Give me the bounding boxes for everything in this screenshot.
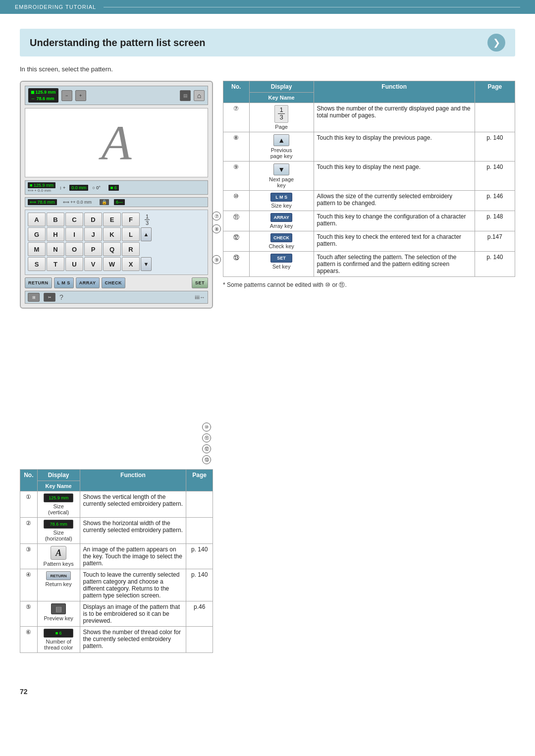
left-table-row: ⑤▤Preview keyDisplays an image of the pa…: [20, 601, 213, 627]
key-O[interactable]: O: [65, 242, 83, 256]
right-table-display: ▼Next pagekey: [249, 161, 314, 190]
key-Q[interactable]: Q: [103, 242, 121, 256]
right-table-page-header: Page: [475, 81, 515, 103]
right-table-function: Touch this key to check the entered text…: [314, 231, 475, 251]
left-table-page: [186, 491, 213, 518]
left-table-page: [186, 627, 213, 653]
dim-display-top: ◼ 125.9 mm ↔ 78.6 mm: [28, 88, 58, 103]
bottom-status-bar: ⊞ ✂ ? iiii↔: [25, 291, 208, 304]
main-content: Understanding the pattern list screen ❯ …: [0, 14, 535, 673]
status-question: ?: [59, 293, 63, 301]
key-W[interactable]: W: [103, 257, 121, 271]
key-T[interactable]: T: [47, 257, 64, 271]
right-table-display: L M SSize key: [249, 190, 314, 211]
array-btn[interactable]: ARRAY: [76, 277, 100, 288]
key-D[interactable]: D: [84, 213, 102, 226]
callout-11: ⑪: [202, 433, 211, 442]
right-table-no-header: No.: [223, 81, 250, 103]
right-table-page: p. 140: [475, 251, 515, 276]
left-table-no-header: No.: [20, 470, 38, 491]
callout-10: ⑩: [202, 423, 211, 432]
right-table-no: ⑧: [223, 132, 250, 161]
left-table-display-header: Display: [37, 470, 80, 481]
left-table-row: ③APattern keysAn image of the pattern ap…: [20, 544, 213, 569]
key-J[interactable]: J: [84, 227, 102, 241]
key-S[interactable]: S: [28, 257, 46, 271]
check-btn[interactable]: CHECK: [102, 277, 126, 288]
info-seg-5: ■ 6: [108, 185, 119, 191]
top-bar: EMBROIDERING TUTORIAL: [0, 0, 535, 14]
right-table-display: ▲Previouspage key: [249, 132, 314, 161]
action-bar: RETURN L M S ARRAY CHECK SET: [25, 277, 208, 288]
top-bar-line: [104, 7, 520, 7]
key-L[interactable]: L: [122, 227, 140, 241]
key-R[interactable]: R: [122, 242, 140, 256]
minus-btn[interactable]: −: [61, 90, 72, 101]
home-btn[interactable]: ⌂: [194, 90, 205, 101]
callouts-10-13: ⑩ ⑪ ⑫ ⑬: [202, 423, 211, 464]
right-table-no: ⑩: [223, 190, 250, 211]
key-B[interactable]: B: [47, 213, 64, 226]
letter-row-4: S T U V W X ▼: [28, 257, 205, 271]
right-table-function: Touch this key to change the configurati…: [314, 211, 475, 231]
callout-8: ⑧: [212, 224, 221, 233]
left-table-row: ⑥■ 6Number ofthread colorShows the numbe…: [20, 627, 213, 653]
left-table-row: ①125.9 mmSize(vertical)Shows the vertica…: [20, 491, 213, 518]
pattern-preview-area: A: [25, 108, 208, 177]
right-table-function: Touch after selecting the pattern. The s…: [314, 251, 475, 276]
spacer-callout: [212, 237, 221, 251]
left-table-function-header: Function: [80, 470, 186, 491]
key-A[interactable]: A: [28, 213, 46, 226]
callout-12: ⑫: [202, 444, 211, 453]
left-table-function: An image of the pattern appears on the k…: [80, 544, 186, 569]
key-E[interactable]: E: [103, 213, 121, 226]
status-icon-1: ⊞: [28, 293, 40, 302]
left-table-row: ②78.6 mmSize(horizontal)Shows the horizo…: [20, 518, 213, 544]
key-X[interactable]: X: [122, 257, 140, 271]
right-table-page: p.147: [475, 231, 515, 251]
left-table-no: ⑥: [20, 627, 38, 653]
left-table-page-header: Page: [186, 470, 213, 491]
empty-space: [141, 242, 152, 256]
page-fraction-display: 1 3: [141, 213, 154, 226]
key-H[interactable]: H: [47, 227, 64, 241]
info-bar: ■ 125.9 mm ⟺ + 0.0 mm ↕ + 0.0 mm ○ 0°: [25, 180, 208, 195]
right-table-page: [475, 103, 515, 132]
next-page-key[interactable]: ▼: [141, 257, 152, 271]
right-table-row: ⑧▲Previouspage keyTouch this key to disp…: [223, 132, 515, 161]
info-seg-2: ↕ +: [59, 185, 65, 190]
key-P[interactable]: P: [84, 242, 102, 256]
right-table-page: p. 140: [475, 161, 515, 190]
left-table-display: RETURNReturn key: [37, 569, 80, 601]
two-col-layout: ◼ 125.9 mm ↔ 78.6 mm − + ▤ ⌂ A: [20, 81, 515, 653]
key-V[interactable]: V: [84, 257, 102, 271]
left-table-function: Shows the vertical length of the current…: [80, 491, 186, 518]
right-callouts: ⑦ ⑧ ⑨: [212, 210, 221, 264]
prev-page-key[interactable]: ▲: [141, 227, 152, 241]
page-number: 72: [20, 688, 28, 696]
right-table-display-header: Display: [249, 81, 314, 93]
page-footer: 72: [0, 688, 535, 696]
return-btn[interactable]: RETURN: [25, 277, 52, 288]
top-bar-text: EMBROIDERING TUTORIAL: [15, 4, 96, 10]
letter-grid: A B C D E F 1 3: [25, 210, 208, 275]
key-G[interactable]: G: [28, 227, 46, 241]
left-table-display: APattern keys: [37, 544, 80, 569]
status-arrows: iiii↔: [195, 294, 205, 300]
lms-btn[interactable]: L M S: [54, 277, 74, 288]
section-header: Understanding the pattern list screen ❯: [20, 29, 515, 56]
key-N[interactable]: N: [47, 242, 64, 256]
key-K[interactable]: K: [103, 227, 121, 241]
plus-btn[interactable]: +: [75, 90, 86, 101]
key-C[interactable]: C: [65, 213, 83, 226]
left-table-keyname-header: Key Name: [37, 481, 80, 491]
right-table-row: ⑫CHECKCheck keyTouch this key to check t…: [223, 231, 515, 251]
preview-icon-btn[interactable]: ▤: [180, 90, 191, 101]
right-table-function: Allows the size of the currently selecte…: [314, 190, 475, 211]
key-M[interactable]: M: [28, 242, 46, 256]
key-F[interactable]: F: [122, 213, 140, 226]
key-U[interactable]: U: [65, 257, 83, 271]
key-I[interactable]: I: [65, 227, 83, 241]
left-table-function: Touch to leave the currently selected pa…: [80, 569, 186, 601]
set-btn[interactable]: SET: [192, 277, 208, 288]
